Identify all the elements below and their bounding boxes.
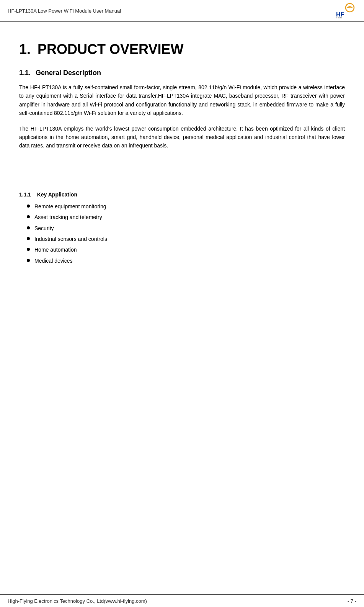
hf-logo-icon: HF hi-flying bbox=[335, 3, 356, 18]
footer-company: High-Flying Electronics Technology Co., … bbox=[8, 598, 147, 604]
main-content: 1. PRODUCT OVERVIEW 1.1. General Descrip… bbox=[0, 22, 364, 292]
footer-page-number: - 7 - bbox=[348, 598, 356, 604]
paragraph-1: The HF-LPT130A is a fully self-contained… bbox=[19, 83, 345, 118]
list-item: Security bbox=[27, 224, 345, 232]
svg-text:hi-flying: hi-flying bbox=[336, 16, 342, 18]
header-title: HF-LPT130A Low Power WiFi Module User Ma… bbox=[8, 8, 121, 14]
list-item: Home automation bbox=[27, 245, 345, 254]
subsection-1-1-1-title: 1.1.1 Key Application bbox=[19, 191, 345, 198]
list-item: Medical devices bbox=[27, 257, 345, 265]
list-item-text: Security bbox=[34, 224, 54, 232]
list-item-text: Remote equipment monitoring bbox=[34, 202, 106, 211]
page-footer: High-Flying Electronics Technology Co., … bbox=[0, 594, 364, 607]
list-item: Industrial sensors and controls bbox=[27, 235, 345, 243]
bullet-icon bbox=[27, 237, 30, 240]
bullet-icon bbox=[27, 215, 30, 218]
page-header: HF-LPT130A Low Power WiFi Module User Ma… bbox=[0, 0, 364, 22]
list-item: Remote equipment monitoring bbox=[27, 202, 345, 211]
list-item-text: Industrial sensors and controls bbox=[34, 235, 107, 243]
paragraph-2: The HF-LPT130A employs the world's lowes… bbox=[19, 124, 345, 150]
chapter-title: 1. PRODUCT OVERVIEW bbox=[19, 41, 345, 57]
key-applications-list: Remote equipment monitoring Asset tracki… bbox=[27, 202, 345, 265]
spacer bbox=[19, 157, 345, 180]
bullet-icon bbox=[27, 226, 30, 229]
logo-container: HF hi-flying bbox=[335, 3, 356, 18]
bullet-icon bbox=[27, 205, 30, 208]
section-1-1-title: 1.1. General Description bbox=[19, 69, 345, 77]
bullet-icon bbox=[27, 248, 30, 251]
svg-point-1 bbox=[349, 7, 351, 8]
list-item-text: Medical devices bbox=[34, 257, 73, 265]
bullet-icon bbox=[27, 259, 30, 262]
list-item: Asset tracking and telemetry bbox=[27, 213, 345, 221]
list-item-text: Asset tracking and telemetry bbox=[34, 213, 102, 221]
list-item-text: Home automation bbox=[34, 245, 77, 254]
